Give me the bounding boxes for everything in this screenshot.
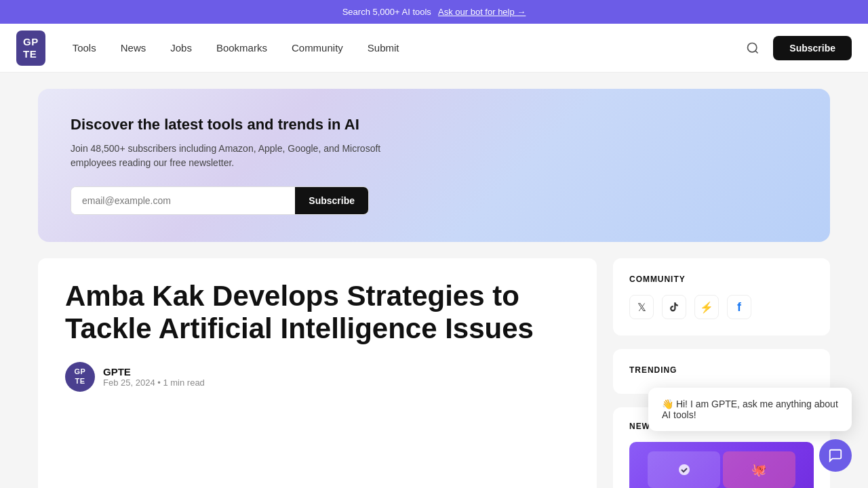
article-date: Feb 25, 2024 • 1 min read (103, 378, 205, 388)
chat-widget: 👋 Hi! I am GPTE, ask me anything about A… (648, 388, 852, 472)
subscribe-button[interactable]: Subscribe (773, 36, 852, 60)
chat-toggle-button[interactable] (819, 439, 852, 472)
nav-tools[interactable]: Tools (62, 37, 107, 59)
search-icon (746, 41, 760, 55)
svg-point-0 (748, 43, 757, 52)
logo-line2: TE (23, 48, 39, 60)
banner-text: Search 5,000+ AI tools (342, 7, 431, 17)
logo-line1: GP (23, 36, 39, 48)
author-name: GPTE (103, 366, 205, 378)
facebook-icon[interactable]: f (727, 295, 751, 319)
svg-line-1 (755, 50, 758, 53)
nav-community[interactable]: Community (281, 37, 354, 59)
nav-bookmarks[interactable]: Bookmarks (205, 37, 278, 59)
article-title: Amba Kak Develops Strategies to Tackle A… (65, 280, 570, 346)
logo[interactable]: GP TE (16, 30, 45, 66)
banner-link[interactable]: Ask our bot for help → (438, 7, 526, 17)
chat-message: 👋 Hi! I am GPTE, ask me anything about A… (662, 399, 838, 420)
author-info: GPTE Feb 25, 2024 • 1 min read (103, 366, 205, 388)
community-title: COMMUNITY (629, 274, 814, 284)
nav-submit[interactable]: Submit (357, 37, 410, 59)
email-form: Subscribe (71, 186, 369, 215)
search-button[interactable] (741, 36, 765, 60)
chat-bubble: 👋 Hi! I am GPTE, ask me anything about A… (648, 388, 852, 431)
newsletter-banner: Discover the latest tools and trends in … (38, 89, 830, 242)
email-subscribe-button[interactable]: Subscribe (295, 187, 368, 214)
nav-news[interactable]: News (110, 37, 157, 59)
navbar: GP TE Tools News Jobs Bookmarks Communit… (0, 24, 868, 73)
author-avatar: GP TE (65, 362, 95, 392)
community-card: COMMUNITY 𝕏 ⚡ f (613, 258, 830, 336)
top-banner: Search 5,000+ AI tools Ask our bot for h… (0, 0, 868, 24)
newsletter-description: Join 48,500+ subscribers including Amazo… (71, 142, 423, 170)
social-icons: 𝕏 ⚡ f (629, 295, 814, 319)
twitter-icon[interactable]: 𝕏 (629, 295, 654, 319)
discord-icon[interactable]: ⚡ (694, 295, 719, 319)
nav-links: Tools News Jobs Bookmarks Community Subm… (62, 37, 736, 59)
chat-icon (828, 448, 843, 463)
newsletter-title: Discover the latest tools and trends in … (71, 116, 797, 134)
trending-title: TRENDING (629, 365, 814, 375)
nav-jobs[interactable]: Jobs (159, 37, 203, 59)
email-input[interactable] (71, 187, 295, 214)
nav-right: Subscribe (741, 36, 852, 60)
article-meta: GP TE GPTE Feb 25, 2024 • 1 min read (65, 362, 570, 392)
tiktok-icon[interactable] (662, 295, 686, 319)
article-section: Amba Kak Develops Strategies to Tackle A… (38, 258, 597, 488)
